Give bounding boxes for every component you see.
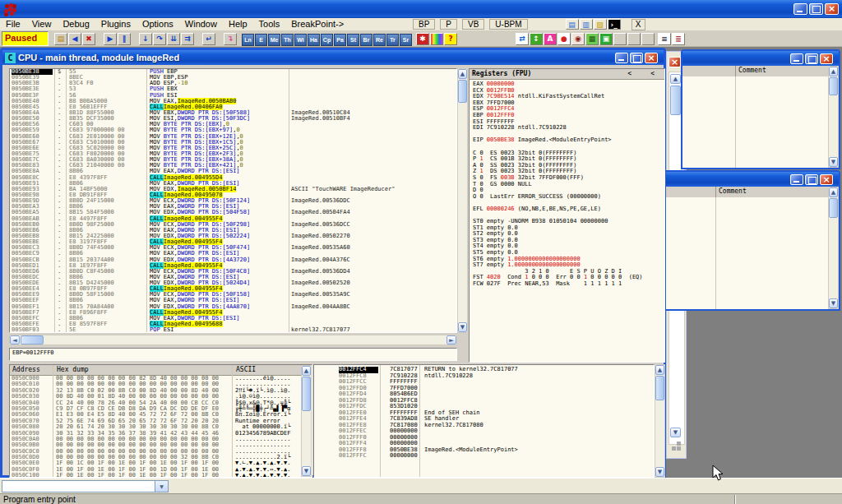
- registers-pane[interactable]: Registers (FPU) < < EAX 00000000ECX 0012…: [469, 68, 665, 363]
- disasm-row[interactable]: 0050BE3E.53PUSH EBX: [10, 86, 456, 92]
- scroll-down-icon[interactable]: ▼: [829, 157, 838, 167]
- menu-window[interactable]: Window: [179, 18, 223, 30]
- register-line[interactable]: O 0 LastErr ERROR_SUCCESS (00000000): [470, 194, 664, 201]
- scroll-thumb[interactable]: [670, 86, 681, 115]
- comment-window-1-titlebar[interactable]: [682, 51, 839, 66]
- disasm-row[interactable]: 0050BEFE.E8 8597F8FFCALLImageRed.0049568…: [10, 321, 456, 327]
- dump-vscroll[interactable]: ▲ ▼: [301, 365, 312, 477]
- options-gear-icon[interactable]: ✱: [416, 33, 429, 45]
- blank-button-1[interactable]: [613, 33, 627, 45]
- minimize-button[interactable]: [790, 53, 803, 64]
- scroll-down-icon[interactable]: ▼: [655, 467, 664, 477]
- run-icon[interactable]: ▶: [104, 33, 117, 45]
- comment-window-2-vscroll[interactable]: ▲ ▼: [828, 187, 839, 309]
- comment-window-2-content[interactable]: [664, 197, 828, 309]
- size-grip[interactable]: [672, 446, 676, 451]
- pane-button-st[interactable]: St: [347, 34, 359, 46]
- command-combobox[interactable]: ▼: [2, 480, 169, 492]
- pane-button-e[interactable]: E: [255, 34, 267, 46]
- pane-button-ln[interactable]: Ln: [242, 34, 254, 46]
- comment-window-1-vscroll[interactable]: ▲ ▼: [828, 66, 839, 168]
- plugin-close-button[interactable]: X: [632, 19, 645, 30]
- blank-button-2[interactable]: [627, 33, 641, 45]
- stack-pane[interactable]: 0012FFC47C817077RETURN to kernel32.7C817…: [313, 364, 655, 478]
- menu-file[interactable]: File: [0, 18, 26, 30]
- background-close-button[interactable]: [669, 57, 681, 67]
- comment-window-1[interactable]: Comment ▲ ▼: [681, 49, 840, 169]
- comment-window-2[interactable]: Comment ▲ ▼: [663, 170, 840, 311]
- menu-tools[interactable]: Tools: [253, 18, 286, 30]
- blank-button-3[interactable]: [641, 33, 655, 45]
- appearance-icon[interactable]: [430, 33, 443, 45]
- step-over-icon[interactable]: ↷: [153, 33, 166, 45]
- scroll-thumb[interactable]: [302, 377, 311, 411]
- notes-list-icon[interactable]: ≣: [672, 33, 685, 45]
- log-list-icon[interactable]: ≡: [658, 33, 671, 45]
- scroll-up-icon[interactable]: ▲: [829, 187, 838, 197]
- close-button[interactable]: [820, 174, 833, 185]
- animate-into-icon[interactable]: ⇊: [167, 33, 180, 45]
- swap-icon[interactable]: ⇄: [516, 33, 529, 45]
- minimize-button[interactable]: [790, 174, 803, 185]
- menu-plugins[interactable]: Plugins: [95, 18, 136, 30]
- menu-breakpoint[interactable]: BreakPoint->: [285, 18, 349, 30]
- animate-over-icon[interactable]: ⇉: [181, 33, 194, 45]
- scroll-left-icon[interactable]: ◄: [10, 335, 20, 344]
- maximize-button[interactable]: [805, 174, 818, 185]
- pane-button-re[interactable]: Re: [373, 34, 386, 46]
- pane-button-ha[interactable]: Ha: [308, 34, 320, 46]
- registers-nav-left-icon[interactable]: <: [627, 69, 632, 79]
- scroll-down-icon[interactable]: ▼: [670, 428, 681, 437]
- menu-debug[interactable]: Debug: [57, 18, 95, 30]
- registers-nav-right-icon[interactable]: <: [650, 69, 655, 79]
- stack-row[interactable]: 0012FFFC00000000: [314, 453, 654, 460]
- close-button[interactable]: [645, 53, 658, 63]
- scroll-down-icon[interactable]: ▼: [829, 298, 838, 308]
- dump-row[interactable]: 0050C1001F 00 1E 00 1F 00 1F 00 1E 00 1F…: [10, 473, 312, 478]
- scroll-thumb[interactable]: [829, 77, 838, 95]
- close-program-icon[interactable]: ✖: [82, 33, 95, 45]
- scroll-down-icon[interactable]: ▼: [458, 322, 467, 332]
- folder-icon[interactable]: ▨: [594, 19, 607, 30]
- book-icon[interactable]: ▥: [580, 19, 593, 30]
- scroll-up-icon[interactable]: ▲: [302, 366, 311, 376]
- pane-button-tr[interactable]: Tr: [386, 34, 399, 46]
- chevron-down-icon[interactable]: ▼: [155, 481, 168, 492]
- pane-button-br[interactable]: Br: [360, 34, 372, 46]
- disassembly-vscroll[interactable]: ▲ ▼: [457, 68, 468, 333]
- scroll-down-icon[interactable]: ▼: [302, 466, 311, 476]
- menu-button-bp[interactable]: BP: [413, 19, 435, 30]
- minimize-button[interactable]: [793, 3, 807, 15]
- stack-vscroll[interactable]: ▲ ▼: [655, 364, 665, 478]
- maximize-button[interactable]: [805, 53, 818, 64]
- menu-button-vb[interactable]: VB: [462, 19, 484, 30]
- register-line[interactable]: T 0 GS 0000 NULL: [470, 182, 664, 188]
- console-icon[interactable]: ›_: [608, 19, 621, 30]
- disasm-row[interactable]: 0050BF03.5EPOP ESIkernel32.7C817077: [10, 327, 456, 333]
- maximize-button[interactable]: [809, 3, 823, 15]
- scroll-up-icon[interactable]: ▲: [829, 67, 838, 76]
- step-into-icon[interactable]: ↓: [139, 33, 152, 45]
- register-line[interactable]: FCW 027F Prec NEAR,53 Mask 1 1 1 1 1 1: [470, 281, 664, 288]
- register-line[interactable]: EDI 7C910228 ntdll.7C910228: [470, 125, 664, 132]
- disassembly-pane[interactable]: 0050BE38$55PUSH EBP0050BE39.8BECMOV EBP,…: [9, 68, 457, 333]
- assemble-icon[interactable]: A: [544, 33, 557, 45]
- pane-button-wi[interactable]: Wi: [294, 34, 307, 46]
- comment-window-1-content[interactable]: [682, 76, 828, 168]
- scroll-up-icon[interactable]: ▲: [655, 365, 664, 375]
- scroll-thumb[interactable]: [458, 80, 467, 103]
- execute-till-return-icon[interactable]: ↵: [202, 33, 215, 45]
- go-back-icon[interactable]: ◀: [68, 33, 81, 45]
- hex-dump-pane[interactable]: Address Hex dump ASCII 0050C00000 00 00 …: [9, 364, 312, 478]
- window-icon[interactable]: ▣: [599, 33, 613, 45]
- pane-button-th[interactable]: Th: [281, 34, 294, 46]
- register-line[interactable]: EIP 0050BE38 ImageRed.<ModuleEntryPoint>: [470, 137, 664, 144]
- close-button[interactable]: [820, 53, 833, 64]
- menu-help[interactable]: Help: [223, 18, 253, 30]
- scroll-thumb[interactable]: [829, 198, 838, 218]
- disassembly-hscroll[interactable]: ◄ ►: [9, 335, 457, 345]
- menu-view[interactable]: View: [26, 18, 58, 30]
- record-icon[interactable]: ●: [557, 33, 571, 45]
- log-doc-icon[interactable]: ▤: [566, 19, 579, 30]
- scroll-thumb[interactable]: [21, 335, 44, 344]
